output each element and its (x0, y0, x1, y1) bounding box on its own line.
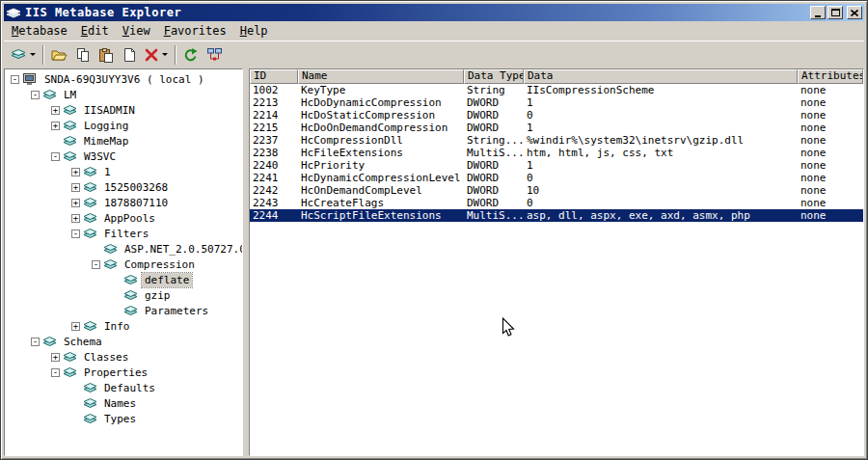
menu-edit[interactable]: Edit (74, 22, 116, 40)
app-icon (6, 6, 22, 19)
table-row[interactable]: 2215HcDoOnDemandCompressionDWORD1none (250, 122, 863, 134)
cell-data: 0 (524, 109, 798, 122)
cell-name: HcOnDemandCompLevel (298, 184, 464, 197)
tree-item[interactable]: Types (5, 411, 242, 426)
cell-name: HcDoDynamicCompression (298, 96, 464, 109)
tree-item[interactable]: Names (5, 395, 242, 411)
tree-item[interactable]: ASP.NET_2.0.50727.0 (5, 241, 242, 257)
close-button[interactable] (847, 6, 862, 19)
column-header-data-type[interactable]: Data Type (464, 69, 524, 84)
database-icon (83, 197, 97, 208)
expand-icon[interactable]: + (51, 122, 60, 130)
table-row[interactable]: 2213HcDoDynamicCompressionDWORD1none (250, 96, 863, 109)
tree-item[interactable]: -Properties (5, 365, 242, 380)
expand-icon[interactable]: + (51, 106, 60, 115)
connect-network-button[interactable] (203, 43, 227, 66)
expand-icon[interactable]: + (71, 214, 80, 223)
table-row[interactable]: 1002KeyTypeStringIIsCompressionSchemenon… (250, 84, 863, 96)
titlebar[interactable]: IIS Metabase Explorer (4, 4, 864, 21)
tree-item[interactable]: +Classes (5, 349, 242, 365)
refresh-icon (183, 47, 199, 63)
tree-item[interactable]: +1525003268 (5, 179, 242, 195)
expand-icon[interactable]: + (71, 168, 80, 176)
expand-icon[interactable]: + (51, 353, 60, 362)
database-icon (83, 166, 97, 177)
collapse-icon[interactable]: - (92, 260, 100, 269)
collapse-icon[interactable]: - (51, 152, 60, 161)
menu-favorites[interactable]: Favorites (157, 22, 233, 40)
menu-metabase[interactable]: Metabase (5, 22, 74, 40)
collapse-icon[interactable]: - (11, 75, 19, 84)
database-icon (103, 243, 118, 255)
delete-button[interactable] (141, 43, 172, 66)
tree-item[interactable]: -Schema (5, 334, 242, 349)
main-area: -SNDA-69Q3UYY3V6 ( local )-LM+IISADMIN+L… (4, 68, 864, 456)
tree-item[interactable]: +AppPools (5, 210, 242, 226)
tree-item[interactable]: Defaults (5, 380, 242, 395)
computer-icon (22, 73, 38, 86)
tree-item[interactable]: MimeMap (5, 133, 242, 149)
tree-item-label: Names (101, 396, 139, 411)
tree-item[interactable]: -SNDA-69Q3UYY3V6 ( local ) (5, 71, 242, 87)
menu-help[interactable]: Help (233, 22, 275, 40)
table-row[interactable]: 2238HcFileExtensionsMultiS...htm, html, … (250, 147, 863, 159)
column-header-data[interactable]: Data (524, 69, 798, 84)
table-row[interactable]: 2241HcDynamicCompressionLevelDWORD0none (250, 172, 863, 184)
expand-icon[interactable]: + (71, 199, 80, 207)
cell-data-type: DWORD (464, 109, 524, 122)
tree-item-label: Classes (81, 350, 131, 365)
toolbar-separator (175, 45, 176, 65)
table-row[interactable]: 2214HcDoStaticCompressionDWORD0none (250, 109, 863, 122)
open-folder-icon (51, 47, 68, 62)
cell-attributes: none (798, 172, 863, 184)
database-icon (103, 258, 118, 270)
cell-id: 2242 (250, 184, 298, 197)
maximize-button[interactable] (827, 6, 843, 19)
paste-button[interactable] (95, 43, 118, 66)
tree-item[interactable]: Parameters (5, 303, 242, 318)
toolbar-separator (42, 45, 44, 65)
tree-item-label: Defaults (101, 381, 158, 395)
menu-view[interactable]: View (116, 22, 157, 40)
collapse-icon[interactable]: - (71, 230, 80, 238)
table-row[interactable]: 2243HcCreateFlagsDWORD0none (250, 197, 863, 209)
expand-icon[interactable]: + (71, 183, 80, 192)
table-row[interactable]: 2237HcCompressionDllString...%windir%\sy… (250, 134, 863, 147)
tree-item[interactable]: +1878807110 (5, 195, 242, 210)
tree-item[interactable]: +Logging (5, 118, 242, 133)
table-row[interactable]: 2244HcScriptFileExtensionsMultiS...asp, … (250, 209, 863, 222)
column-header-name[interactable]: Name (298, 69, 464, 84)
tree-item[interactable]: -Compression (5, 257, 242, 272)
table-row[interactable]: 2242HcOnDemandCompLevelDWORD10none (250, 184, 863, 197)
tree-item-label: MimeMap (81, 134, 131, 149)
collapse-icon[interactable]: - (51, 368, 60, 377)
tree-pane[interactable]: -SNDA-69Q3UYY3V6 ( local )-LM+IISADMIN+L… (4, 68, 243, 456)
tree-item[interactable]: -W3SVC (5, 149, 242, 164)
new-document-button[interactable] (118, 43, 141, 66)
tree-item-label: W3SVC (81, 149, 119, 164)
database-icon (63, 150, 77, 162)
tree-item[interactable]: +Info (5, 318, 242, 334)
collapse-icon[interactable]: - (31, 338, 40, 346)
column-header-attributes[interactable]: Attributes (798, 69, 863, 84)
tree-item[interactable]: gzip (5, 287, 242, 303)
tree-item[interactable]: +1 (5, 164, 242, 179)
tree-item[interactable]: -Filters (5, 226, 242, 241)
open-button[interactable] (47, 43, 71, 66)
tree-item[interactable]: +IISADMIN (5, 102, 242, 118)
tree-item[interactable]: -LM (5, 87, 242, 102)
minimize-button[interactable] (810, 6, 826, 19)
table-row[interactable]: 2240HcPriorityDWORD1none (250, 159, 863, 172)
list-body[interactable]: 1002KeyTypeStringIIsCompressionSchemenon… (250, 84, 863, 455)
column-header-id[interactable]: ID (250, 69, 298, 84)
tree-item[interactable]: deflate (5, 272, 242, 287)
copy-button[interactable] (71, 43, 95, 66)
tree-item-label: Info (101, 319, 133, 334)
refresh-button[interactable] (179, 43, 203, 66)
cell-attributes: none (798, 209, 863, 222)
cell-data-type: String... (464, 134, 524, 147)
collapse-icon[interactable]: - (31, 91, 40, 99)
expand-icon[interactable]: + (71, 322, 80, 331)
list-pane[interactable]: IDNameData TypeDataAttributes 1002KeyTyp… (249, 68, 864, 456)
new-key-button[interactable] (7, 43, 40, 66)
